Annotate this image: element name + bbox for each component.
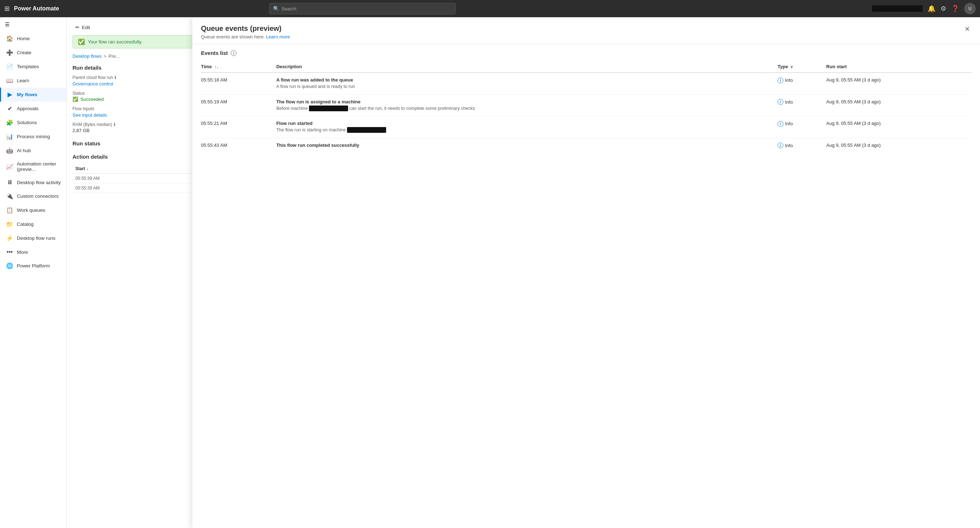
sidebar-item-templates[interactable]: 📄Templates <box>0 60 67 73</box>
events-table: Time ↑↓ Description Type ∨ Run start <box>201 61 971 153</box>
event-desc-title: A flow run was added to the queue <box>276 77 773 83</box>
main-content: ✏ Edit ✅ Your flow ran successfully. Des… <box>67 17 980 528</box>
notifications-button[interactable]: 🔔 <box>928 5 935 13</box>
sidebar-icon-learn: 📖 <box>6 77 13 84</box>
type-info-icon: i <box>778 78 783 83</box>
sidebar-label-solutions: Solutions <box>17 120 37 125</box>
breadcrumb-desktop-flows[interactable]: Desktop flows <box>73 54 102 59</box>
event-run-start: Aug 9, 05:55 AM (3 d ago) <box>826 116 971 138</box>
app-brand: Power Automate <box>14 5 59 12</box>
sidebar-icon-custom-connectors: 🔌 <box>6 193 13 200</box>
app-body: ☰ 🏠Home➕Create📄Templates📖Learn▶My flows✔… <box>0 17 980 528</box>
event-desc-title: The flow run is assigned to a machine <box>276 99 773 105</box>
col-time[interactable]: Time ↑↓ <box>201 61 276 73</box>
see-input-details-link[interactable]: See input details <box>73 112 107 118</box>
close-panel-button[interactable]: ✕ <box>963 24 971 34</box>
breadcrumb-current: Pre... <box>109 54 120 59</box>
grid-icon[interactable]: ⊞ <box>4 5 10 13</box>
type-info-icon: i <box>778 121 783 127</box>
col-description: Description <box>276 61 778 73</box>
sidebar-item-solutions[interactable]: 🧩Solutions <box>0 116 67 130</box>
sidebar-item-power-platform[interactable]: 🌐Power Platform <box>0 259 67 273</box>
top-navigation: ⊞ Power Automate 🔍 ██████████ 🔔 ⚙ ❓ U <box>0 0 980 17</box>
settings-button[interactable]: ⚙ <box>940 5 946 13</box>
sidebar-item-home[interactable]: 🏠Home <box>0 32 67 46</box>
panel-subtitle-text: Queue events are shown here. <box>201 34 265 40</box>
panel-header-text: Queue events (preview) Queue events are … <box>201 24 290 40</box>
sidebar-label-custom-connectors: Custom connectors <box>17 194 59 199</box>
sidebar-label-ai-hub: AI hub <box>17 148 31 153</box>
sidebar-label-process-mining: Process mining <box>17 134 50 139</box>
sidebar-item-ai-hub[interactable]: 🤖AI hub <box>0 143 67 157</box>
sidebar-icon-desktop-flow-activity: 🖥 <box>6 179 13 186</box>
event-type: i Info <box>778 94 826 116</box>
type-label: Info <box>785 78 793 83</box>
topnav-right-actions: ██████████ 🔔 ⚙ ❓ U <box>872 3 976 14</box>
sidebar-icon-more: ••• <box>6 249 13 255</box>
search-input[interactable] <box>282 6 452 11</box>
info-icon-ram: ℹ <box>114 122 116 127</box>
event-type: i Info <box>778 138 826 153</box>
type-info-icon: i <box>778 99 783 105</box>
redacted-machine-name: ██████████ <box>309 105 348 111</box>
sidebar-item-desktop-flow-activity[interactable]: 🖥Desktop flow activity <box>0 175 67 189</box>
event-description: The flow run is assigned to a machine Be… <box>276 94 778 116</box>
edit-button[interactable]: ✏ Edit <box>73 23 93 32</box>
col-run-start: Run start <box>826 61 971 73</box>
search-bar[interactable]: 🔍 <box>269 3 456 14</box>
event-desc-body: The flow run is starting on machine ████… <box>276 127 773 134</box>
col-type[interactable]: Type ∨ <box>778 61 826 73</box>
redacted-text: ██████████ <box>872 5 923 12</box>
table-row: 05:55:18 AMA flow run was added to the q… <box>201 73 971 94</box>
type-badge: i Info <box>778 78 793 83</box>
events-list-label: Events list <box>201 50 228 56</box>
panel-subtitle: Queue events are shown here. Learn more <box>201 34 290 40</box>
event-desc-body: A flow run is queued and is ready to run <box>276 84 773 90</box>
governance-control-link[interactable]: Governance control <box>73 81 113 86</box>
sidebar-item-my-flows[interactable]: ▶My flows <box>0 87 67 102</box>
event-run-start: Aug 9, 05:55 AM (3 d ago) <box>826 94 971 116</box>
type-badge: i Info <box>778 99 793 105</box>
sidebar: ☰ 🏠Home➕Create📄Templates📖Learn▶My flows✔… <box>0 17 67 528</box>
event-time: 05:55:19 AM <box>201 94 276 116</box>
sidebar-label-learn: Learn <box>17 78 29 83</box>
sidebar-label-home: Home <box>17 36 30 41</box>
type-info-icon: i <box>778 143 783 148</box>
sidebar-item-create[interactable]: ➕Create <box>0 46 67 60</box>
sidebar-icon-home: 🏠 <box>6 35 13 42</box>
sidebar-icon-my-flows: ▶ <box>6 91 13 98</box>
event-run-start: Aug 9, 05:55 AM (3 d ago) <box>826 73 971 94</box>
event-description: A flow run was added to the queueA flow … <box>276 73 778 94</box>
type-label: Info <box>785 99 793 105</box>
sidebar-icon-desktop-flow-runs: ⚡ <box>6 235 13 242</box>
type-badge: i Info <box>778 143 793 148</box>
events-list-header: Events list i <box>201 50 971 56</box>
sidebar-icon-process-mining: 📊 <box>6 133 13 140</box>
event-run-start: Aug 9, 05:55 AM (3 d ago) <box>826 138 971 153</box>
sidebar-icon-approvals: ✔ <box>6 105 13 112</box>
sidebar-item-learn[interactable]: 📖Learn <box>0 73 67 87</box>
status-icon: ✅ <box>73 97 78 102</box>
learn-more-link[interactable]: Learn more <box>266 34 290 40</box>
success-icon: ✅ <box>78 38 85 45</box>
sort-icon-time: ↑↓ <box>215 65 218 69</box>
sidebar-item-approvals[interactable]: ✔Approvals <box>0 102 67 116</box>
event-type: i Info <box>778 116 826 138</box>
sidebar-item-catalog[interactable]: 📁Catalog <box>0 217 67 231</box>
sidebar-item-process-mining[interactable]: 📊Process mining <box>0 130 67 143</box>
redacted-machine-name: ██████████ <box>347 127 386 133</box>
avatar[interactable]: U <box>964 3 976 14</box>
sidebar-icon-catalog: 📁 <box>6 221 13 227</box>
sidebar-item-automation-center[interactable]: 📈Automation center (previe... <box>0 157 67 175</box>
panel-header: Queue events (preview) Queue events are … <box>192 17 980 44</box>
sidebar-icon-templates: 📄 <box>6 63 13 70</box>
sidebar-icon-ai-hub: 🤖 <box>6 147 13 154</box>
queue-events-panel: Queue events (preview) Queue events are … <box>192 17 980 528</box>
hamburger-menu[interactable]: ☰ <box>0 17 67 32</box>
sidebar-item-custom-connectors[interactable]: 🔌Custom connectors <box>0 189 67 203</box>
help-button[interactable]: ❓ <box>951 5 959 13</box>
sidebar-item-desktop-flow-runs[interactable]: ⚡Desktop flow runs <box>0 231 67 245</box>
sidebar-item-work-queues[interactable]: 📋Work queues <box>0 203 67 217</box>
event-description: Flow run started The flow run is startin… <box>276 116 778 138</box>
sidebar-item-more[interactable]: •••More <box>0 245 67 259</box>
